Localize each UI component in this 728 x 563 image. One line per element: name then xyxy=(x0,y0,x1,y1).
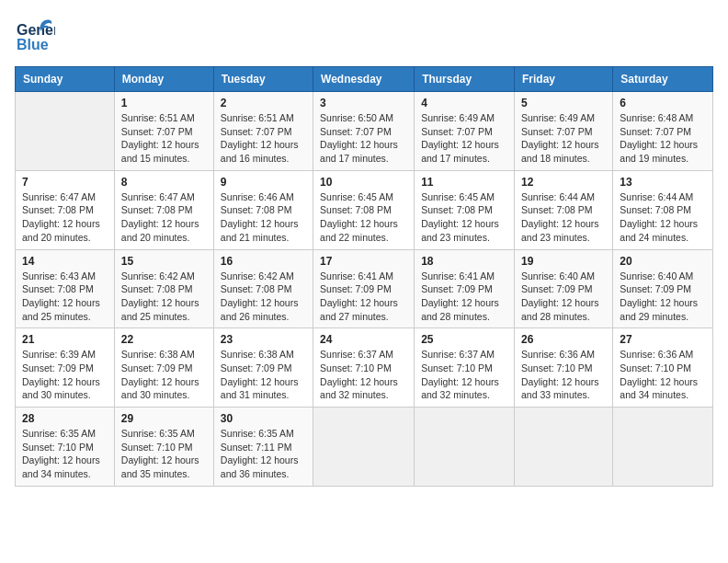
calendar-day-cell: 11Sunrise: 6:45 AM Sunset: 7:08 PM Dayli… xyxy=(415,170,515,249)
day-info: Sunrise: 6:49 AM Sunset: 7:07 PM Dayligh… xyxy=(521,111,606,166)
calendar-day-cell xyxy=(16,92,115,171)
day-info: Sunrise: 6:51 AM Sunset: 7:07 PM Dayligh… xyxy=(121,111,207,166)
calendar-day-cell: 3Sunrise: 6:50 AM Sunset: 7:07 PM Daylig… xyxy=(313,92,415,171)
day-of-week-header: Wednesday xyxy=(313,67,415,92)
calendar-day-cell: 30Sunrise: 6:35 AM Sunset: 7:11 PM Dayli… xyxy=(213,408,313,487)
calendar-week-row: 28Sunrise: 6:35 AM Sunset: 7:10 PM Dayli… xyxy=(16,408,713,487)
day-info: Sunrise: 6:41 AM Sunset: 7:09 PM Dayligh… xyxy=(421,270,507,324)
calendar-day-cell: 20Sunrise: 6:40 AM Sunset: 7:09 PM Dayli… xyxy=(613,249,713,328)
day-number: 8 xyxy=(121,176,207,189)
day-number: 9 xyxy=(221,176,306,189)
calendar-day-cell: 8Sunrise: 6:47 AM Sunset: 7:08 PM Daylig… xyxy=(114,170,213,249)
day-number: 18 xyxy=(421,255,507,268)
day-number: 14 xyxy=(22,255,108,268)
day-number: 1 xyxy=(121,97,207,109)
calendar-day-cell: 2Sunrise: 6:51 AM Sunset: 7:07 PM Daylig… xyxy=(213,92,313,171)
calendar-week-row: 7Sunrise: 6:47 AM Sunset: 7:08 PM Daylig… xyxy=(16,170,713,249)
calendar-day-cell xyxy=(514,408,612,487)
day-number: 2 xyxy=(221,97,306,109)
calendar-day-cell: 10Sunrise: 6:45 AM Sunset: 7:08 PM Dayli… xyxy=(313,170,415,249)
calendar-day-cell: 1Sunrise: 6:51 AM Sunset: 7:07 PM Daylig… xyxy=(114,92,213,171)
day-info: Sunrise: 6:44 AM Sunset: 7:08 PM Dayligh… xyxy=(620,190,706,245)
day-info: Sunrise: 6:42 AM Sunset: 7:08 PM Dayligh… xyxy=(221,270,306,324)
day-number: 29 xyxy=(121,412,207,425)
day-info: Sunrise: 6:38 AM Sunset: 7:09 PM Dayligh… xyxy=(121,348,207,402)
day-number: 21 xyxy=(22,333,108,346)
day-info: Sunrise: 6:40 AM Sunset: 7:09 PM Dayligh… xyxy=(521,270,606,324)
day-number: 25 xyxy=(421,333,507,346)
day-info: Sunrise: 6:49 AM Sunset: 7:07 PM Dayligh… xyxy=(421,111,507,166)
calendar-day-cell: 14Sunrise: 6:43 AM Sunset: 7:08 PM Dayli… xyxy=(16,249,115,328)
day-number: 28 xyxy=(22,412,108,425)
day-info: Sunrise: 6:42 AM Sunset: 7:08 PM Dayligh… xyxy=(121,270,207,324)
calendar-week-row: 1Sunrise: 6:51 AM Sunset: 7:07 PM Daylig… xyxy=(16,92,713,171)
calendar-day-cell: 6Sunrise: 6:48 AM Sunset: 7:07 PM Daylig… xyxy=(613,92,713,171)
day-info: Sunrise: 6:50 AM Sunset: 7:07 PM Dayligh… xyxy=(320,111,407,166)
day-info: Sunrise: 6:46 AM Sunset: 7:08 PM Dayligh… xyxy=(221,190,306,245)
day-of-week-header: Saturday xyxy=(613,67,713,92)
day-info: Sunrise: 6:40 AM Sunset: 7:09 PM Dayligh… xyxy=(620,270,706,324)
day-info: Sunrise: 6:48 AM Sunset: 7:07 PM Dayligh… xyxy=(620,111,706,166)
calendar-day-cell: 4Sunrise: 6:49 AM Sunset: 7:07 PM Daylig… xyxy=(415,92,515,171)
day-info: Sunrise: 6:35 AM Sunset: 7:10 PM Dayligh… xyxy=(121,427,207,481)
day-number: 15 xyxy=(121,255,207,268)
calendar-day-cell: 7Sunrise: 6:47 AM Sunset: 7:08 PM Daylig… xyxy=(16,170,115,249)
day-info: Sunrise: 6:47 AM Sunset: 7:08 PM Dayligh… xyxy=(121,190,207,245)
calendar-day-cell: 15Sunrise: 6:42 AM Sunset: 7:08 PM Dayli… xyxy=(114,249,213,328)
day-number: 19 xyxy=(521,255,606,268)
day-number: 24 xyxy=(320,333,407,346)
day-info: Sunrise: 6:47 AM Sunset: 7:08 PM Dayligh… xyxy=(22,190,108,245)
day-number: 10 xyxy=(320,176,407,189)
day-of-week-header: Friday xyxy=(514,67,612,92)
day-number: 16 xyxy=(221,255,306,268)
calendar-day-cell: 26Sunrise: 6:36 AM Sunset: 7:10 PM Dayli… xyxy=(514,328,612,408)
calendar-day-cell: 29Sunrise: 6:35 AM Sunset: 7:10 PM Dayli… xyxy=(114,408,213,487)
day-number: 17 xyxy=(320,255,407,268)
day-info: Sunrise: 6:39 AM Sunset: 7:09 PM Dayligh… xyxy=(22,348,108,402)
calendar-day-cell: 17Sunrise: 6:41 AM Sunset: 7:09 PM Dayli… xyxy=(313,249,415,328)
day-info: Sunrise: 6:44 AM Sunset: 7:08 PM Dayligh… xyxy=(521,190,606,245)
day-of-week-header: Thursday xyxy=(415,67,515,92)
day-of-week-header: Monday xyxy=(114,67,213,92)
calendar-day-cell: 22Sunrise: 6:38 AM Sunset: 7:09 PM Dayli… xyxy=(114,328,213,408)
day-number: 30 xyxy=(221,412,306,425)
day-number: 23 xyxy=(221,333,306,346)
day-number: 11 xyxy=(421,176,507,189)
day-number: 26 xyxy=(521,333,606,346)
days-of-week-row: SundayMondayTuesdayWednesdayThursdayFrid… xyxy=(16,67,713,92)
day-info: Sunrise: 6:43 AM Sunset: 7:08 PM Dayligh… xyxy=(22,270,108,324)
day-info: Sunrise: 6:36 AM Sunset: 7:10 PM Dayligh… xyxy=(521,348,606,402)
day-of-week-header: Tuesday xyxy=(213,67,313,92)
calendar-day-cell: 21Sunrise: 6:39 AM Sunset: 7:09 PM Dayli… xyxy=(16,328,115,408)
day-number: 22 xyxy=(121,333,207,346)
calendar-day-cell: 25Sunrise: 6:37 AM Sunset: 7:10 PM Dayli… xyxy=(415,328,515,408)
day-info: Sunrise: 6:45 AM Sunset: 7:08 PM Dayligh… xyxy=(320,190,407,245)
day-info: Sunrise: 6:45 AM Sunset: 7:08 PM Dayligh… xyxy=(421,190,507,245)
day-number: 7 xyxy=(22,176,108,189)
calendar-body: 1Sunrise: 6:51 AM Sunset: 7:07 PM Daylig… xyxy=(16,92,713,487)
day-number: 27 xyxy=(620,333,706,346)
calendar-header: SundayMondayTuesdayWednesdayThursdayFrid… xyxy=(16,67,713,92)
general-blue-icon: General Blue xyxy=(15,15,55,55)
calendar-day-cell: 19Sunrise: 6:40 AM Sunset: 7:09 PM Dayli… xyxy=(514,249,612,328)
day-number: 5 xyxy=(521,97,606,109)
day-number: 4 xyxy=(421,97,507,109)
calendar-day-cell: 9Sunrise: 6:46 AM Sunset: 7:08 PM Daylig… xyxy=(213,170,313,249)
day-number: 6 xyxy=(620,97,706,109)
calendar-table: SundayMondayTuesdayWednesdayThursdayFrid… xyxy=(15,66,713,487)
day-info: Sunrise: 6:38 AM Sunset: 7:09 PM Dayligh… xyxy=(221,348,306,402)
day-number: 20 xyxy=(620,255,706,268)
calendar-week-row: 21Sunrise: 6:39 AM Sunset: 7:09 PM Dayli… xyxy=(16,328,713,408)
svg-text:Blue: Blue xyxy=(17,37,49,52)
calendar-day-cell: 23Sunrise: 6:38 AM Sunset: 7:09 PM Dayli… xyxy=(213,328,313,408)
calendar-day-cell xyxy=(313,408,415,487)
day-info: Sunrise: 6:35 AM Sunset: 7:10 PM Dayligh… xyxy=(22,427,108,481)
day-number: 3 xyxy=(320,97,407,109)
day-info: Sunrise: 6:41 AM Sunset: 7:09 PM Dayligh… xyxy=(320,270,407,324)
day-info: Sunrise: 6:51 AM Sunset: 7:07 PM Dayligh… xyxy=(221,111,306,166)
calendar-day-cell: 18Sunrise: 6:41 AM Sunset: 7:09 PM Dayli… xyxy=(415,249,515,328)
day-number: 13 xyxy=(620,176,706,189)
day-info: Sunrise: 6:37 AM Sunset: 7:10 PM Dayligh… xyxy=(421,348,507,402)
calendar-day-cell: 5Sunrise: 6:49 AM Sunset: 7:07 PM Daylig… xyxy=(514,92,612,171)
day-of-week-header: Sunday xyxy=(16,67,115,92)
